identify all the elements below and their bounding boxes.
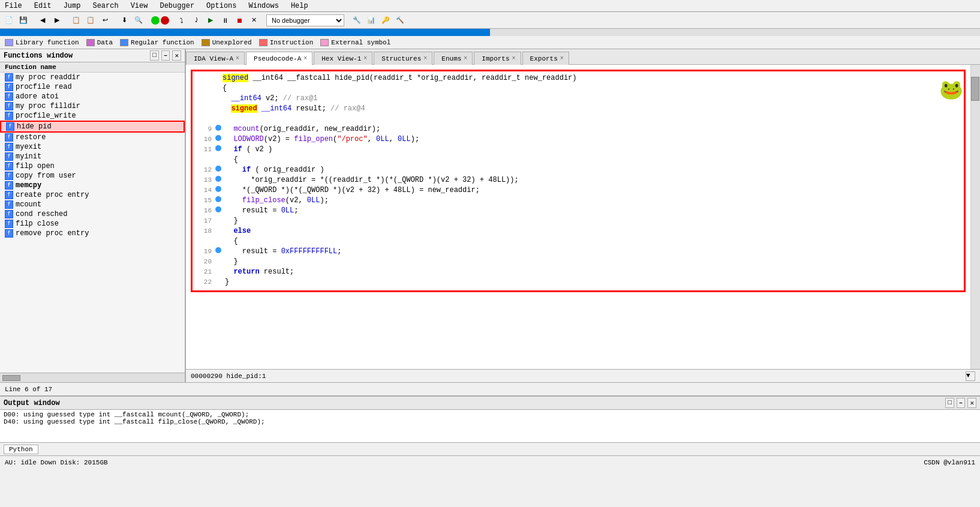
tab-close-btn[interactable]: ×	[236, 55, 239, 62]
output-minimize-btn[interactable]: –	[957, 398, 966, 408]
code-scroll-down-btn[interactable]: ▼	[966, 371, 975, 381]
step-over-button[interactable]: ⤸	[190, 14, 203, 27]
tab-structures[interactable]: Structures×	[374, 52, 432, 65]
function-list-item[interactable]: fmcount	[0, 200, 185, 209]
pause-button[interactable]: ⏸	[218, 14, 232, 27]
functions-panel-minimize[interactable]: –	[161, 50, 170, 61]
progress-bar	[0, 29, 490, 36]
back-button[interactable]: ◀	[36, 14, 49, 27]
stop-button[interactable]: ⏹	[233, 14, 246, 27]
code-text	[223, 115, 227, 123]
breakpoint-dot	[215, 145, 221, 151]
menu-jump[interactable]: Jump	[61, 2, 83, 10]
function-list-item[interactable]: fmy proc filldir	[0, 101, 185, 111]
legend-data-label: Data	[97, 39, 113, 46]
scrollbar-vertical-thumb[interactable]	[971, 77, 979, 101]
function-list-item[interactable]: fcond resched	[0, 209, 185, 219]
output-content: D00: using guessed type int __fastcall m…	[0, 410, 980, 442]
ida-button3[interactable]: 🔑	[379, 14, 392, 27]
code-text: *orig_readdir = *((readdir_t *)(*(_QWORD…	[225, 176, 519, 184]
menu-windows[interactable]: Windows	[246, 2, 281, 10]
download-button[interactable]: ⬇	[118, 14, 131, 27]
line-dot	[215, 125, 225, 133]
function-list-item[interactable]: frestore	[0, 133, 185, 142]
function-item-icon: f	[5, 162, 13, 170]
output-tab-python[interactable]: Python	[4, 445, 38, 454]
code-view[interactable]: signed __int64 __fastcall hide_pid(readd…	[186, 65, 970, 369]
function-list-item[interactable]: ffilp open	[0, 161, 185, 171]
code-right-scrollbar[interactable]	[970, 65, 980, 369]
function-item-icon: f	[5, 152, 13, 161]
function-item-icon: f	[5, 191, 13, 199]
save-button[interactable]: 💾	[17, 14, 30, 27]
ida-button4[interactable]: 🔨	[393, 14, 407, 27]
tab-close-btn[interactable]: ×	[303, 55, 307, 62]
line-num: 12	[197, 166, 215, 173]
functions-panel-close[interactable]: ✕	[172, 50, 181, 61]
function-list-item[interactable]: ffilp close	[0, 219, 185, 229]
function-list-item[interactable]: fadore atoi	[0, 92, 185, 101]
undo-button[interactable]: ↩	[98, 14, 112, 27]
function-list-item[interactable]: fmy proc readdir	[0, 73, 185, 82]
tabs-bar: IDA View-A×Pseudocode-A×Hex View-1×Struc…	[186, 49, 980, 65]
run-button[interactable]: ▶	[204, 14, 217, 27]
function-item-name: my proc filldir	[16, 102, 80, 110]
function-list-item[interactable]: fcopy from user	[0, 171, 185, 181]
functions-panel-float[interactable]: □	[150, 50, 159, 61]
function-list-item[interactable]: fmyinit	[0, 152, 185, 161]
new-button[interactable]: 📄	[2, 14, 16, 27]
code-text: LODWORD(v2) = filp_open("/proc", 0LL, 0L…	[225, 135, 419, 143]
line-dot	[215, 247, 225, 256]
ida-button2[interactable]: 📊	[365, 14, 378, 27]
line-num: 22	[197, 278, 215, 286]
menu-edit[interactable]: Edit	[32, 2, 54, 10]
paste-button[interactable]: 📋	[84, 14, 97, 27]
tab-close-btn[interactable]: ×	[363, 55, 367, 62]
function-list-item[interactable]: fhide pid	[0, 121, 185, 133]
code-view-container: signed __int64 __fastcall hide_pid(readd…	[186, 65, 980, 369]
menu-view[interactable]: View	[128, 2, 151, 10]
x-button[interactable]: ✕	[247, 14, 260, 27]
function-list-item[interactable]: fcreate proc entry	[0, 190, 185, 200]
tab-enums[interactable]: Enums×	[434, 52, 473, 65]
tab-close-btn[interactable]: ×	[512, 55, 516, 62]
menu-options[interactable]: Options	[204, 2, 239, 10]
breakpoint-dot	[215, 196, 221, 202]
code-line: signed __int64 result; // rax@4	[195, 104, 961, 115]
scrollbar-thumb[interactable]	[2, 375, 20, 381]
code-text: }	[225, 278, 229, 286]
code-line: 22}	[195, 278, 961, 288]
ida-button1[interactable]: 🔧	[350, 14, 363, 27]
functions-scrollbar[interactable]	[0, 373, 185, 382]
legend-library-box	[5, 39, 13, 46]
main-area: Functions window □ – ✕ Function name fmy…	[0, 49, 980, 382]
function-list-item[interactable]: fremove proc entry	[0, 229, 185, 238]
function-list-item[interactable]: fprocfile_write	[0, 111, 185, 121]
menu-search[interactable]: Search	[90, 2, 121, 10]
debugger-dropdown[interactable]: No debugger	[266, 14, 344, 26]
code-status-bar: 00000290 hide_pid:1 ▼	[186, 369, 980, 382]
code-line: 13 *orig_readdir = *((readdir_t *)(*(_QW…	[195, 176, 961, 186]
output-close-btn[interactable]: ✕	[967, 398, 976, 408]
tab-close-btn[interactable]: ×	[464, 55, 467, 62]
code-text: {	[225, 237, 238, 245]
copy-button[interactable]: 📋	[70, 14, 83, 27]
tab-imports[interactable]: Imports×	[474, 52, 521, 65]
function-item-name: copy from user	[16, 172, 76, 180]
menu-help[interactable]: Help	[288, 2, 311, 10]
menu-debugger[interactable]: Debugger	[157, 2, 197, 10]
tab-close-btn[interactable]: ×	[423, 55, 427, 62]
search-button[interactable]: 🔍	[132, 14, 145, 27]
tab-hex-view-1[interactable]: Hex View-1×	[314, 52, 372, 65]
step-into-button[interactable]: ⤵	[175, 14, 188, 27]
function-list-item[interactable]: fmyexit	[0, 142, 185, 152]
function-list-item[interactable]: fprocfile read	[0, 82, 185, 92]
menu-file[interactable]: File	[2, 2, 25, 10]
function-list-item[interactable]: fmemcpy	[0, 181, 185, 190]
tab-close-btn[interactable]: ×	[560, 55, 564, 62]
tab-ida-view-a[interactable]: IDA View-A×	[186, 52, 245, 65]
tab-pseudocode-a[interactable]: Pseudocode-A×	[246, 52, 312, 65]
tab-exports[interactable]: Exports×	[522, 52, 569, 65]
forward-button[interactable]: ▶	[50, 14, 64, 27]
output-float-btn[interactable]: □	[945, 398, 954, 408]
